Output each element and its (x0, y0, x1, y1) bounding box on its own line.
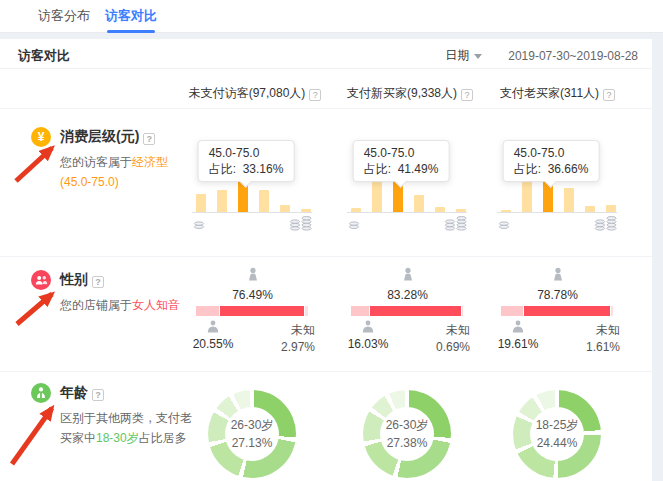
help-icon[interactable]: ? (92, 389, 104, 401)
column-header-new-buyers: 支付新买家(9,338人)? (340, 85, 480, 103)
donut-center-label: 18-25岁 24.44% (530, 407, 584, 461)
gender-chart-unpaid[interactable]: 76.49% 20.55% 未知 2.97% (190, 267, 315, 367)
column-header-unpaid-visitors: 未支付访客(97,080人)? (185, 85, 325, 103)
female-icon (400, 269, 416, 286)
row-title-text: 消费层级(元) (60, 128, 139, 144)
date-range-value[interactable]: 2019-07-30~2019-08-28 (508, 49, 638, 63)
unknown-label: 未知 (560, 322, 620, 339)
high-spend-coins-icon (594, 215, 618, 235)
unknown-percent: 2.97% (255, 339, 315, 356)
male-icon (361, 323, 375, 337)
unknown-percent: 0.69% (410, 339, 470, 356)
low-spend-coin-icon (193, 215, 205, 233)
card-header: 访客对比 日期 2019-07-30~2019-08-28 (0, 39, 652, 69)
age-chart-unpaid[interactable]: 26-30岁 27.13% (190, 386, 315, 481)
tooltip-range: 45.0-75.0 (209, 145, 284, 161)
desc-highlight: 18-30岁 (96, 431, 139, 445)
age-bucket: 26-30岁 (231, 416, 274, 434)
row-age: 年龄? 区别于其他两类，支付老买家中18-30岁占比居多 26-30岁 27.1… (0, 372, 652, 481)
consumption-chart-repeat-buyers[interactable]: 45.0-75.0 占比: 36.66% (495, 138, 620, 243)
date-dropdown[interactable]: 日期 (445, 47, 482, 64)
age-donut: 18-25岁 24.44% (513, 390, 601, 478)
female-segment (220, 306, 304, 316)
male-segment (501, 306, 523, 316)
age-chart-repeat-buyers[interactable]: 18-25岁 24.44% (495, 386, 620, 481)
bar (372, 180, 382, 212)
tab-visitor-distribution[interactable]: 访客分布 (38, 0, 90, 33)
unknown-share: 未知 0.69% (410, 322, 470, 356)
female-share: 78.78% (495, 267, 620, 302)
male-share: 20.55% (190, 320, 236, 351)
tab-visitor-comparison[interactable]: 访客对比 (105, 0, 157, 33)
unknown-segment (462, 306, 463, 316)
tooltip-share: 占比: 41.49% (364, 161, 439, 177)
bar (259, 190, 269, 212)
male-icon (511, 323, 525, 337)
date-filter: 日期 2019-07-30~2019-08-28 (445, 47, 638, 64)
column-header-label: 支付老买家(311人) (500, 86, 599, 100)
share-tooltip: 45.0-75.0 占比: 33.16% (198, 140, 295, 182)
unknown-percent: 1.61% (560, 339, 620, 356)
row-title-consumption: 消费层级(元)? (60, 128, 155, 146)
age-bucket: 26-30岁 (386, 416, 429, 434)
date-dropdown-label: 日期 (445, 47, 469, 64)
help-icon[interactable]: ? (92, 276, 104, 288)
bar (196, 194, 206, 212)
bar (280, 205, 290, 212)
tab-bar: 访客分布 访客对比 (0, 0, 663, 33)
unknown-share: 未知 1.61% (560, 322, 620, 356)
unknown-label: 未知 (255, 322, 315, 339)
column-header-label: 支付新买家(9,338人) (347, 86, 457, 100)
unknown-label: 未知 (410, 322, 470, 339)
female-icon (550, 269, 566, 286)
help-icon[interactable]: ? (309, 89, 321, 101)
gender-chart-repeat-buyers[interactable]: 78.78% 19.61% 未知 1.61% (495, 267, 620, 367)
desc-text: 您的访客属于 (60, 155, 132, 169)
desc-highlight: 女人知音 (132, 298, 180, 312)
female-percent: 78.78% (495, 288, 620, 302)
people-icon (31, 270, 51, 290)
age-share: 27.38% (387, 434, 428, 452)
tooltip-share: 占比: 36.66% (514, 161, 589, 177)
bar (606, 205, 616, 212)
consumption-chart-unpaid[interactable]: 45.0-75.0 占比: 33.16% (190, 138, 315, 243)
male-share: 19.61% (495, 320, 541, 351)
gender-stacked-bar (351, 306, 463, 316)
row-desc-age: 区别于其他两类，支付老买家中18-30岁占比居多 (60, 408, 192, 448)
axis-line (347, 212, 467, 213)
female-segment (524, 306, 611, 316)
male-percent: 16.03% (345, 337, 391, 351)
desc-text: 占比居多 (139, 431, 187, 445)
unknown-share: 未知 2.97% (255, 322, 315, 356)
age-donut: 26-30岁 27.38% (363, 390, 451, 478)
male-segment (351, 306, 369, 316)
tooltip-share: 占比: 33.16% (209, 161, 284, 177)
age-bucket: 18-25岁 (536, 416, 579, 434)
help-icon[interactable]: ? (461, 89, 473, 101)
row-title-age: 年龄? (60, 384, 104, 402)
male-percent: 20.55% (190, 337, 236, 351)
high-spend-coins-icon (444, 215, 468, 235)
bar (217, 190, 227, 212)
row-title-text: 年龄 (60, 384, 88, 400)
row-desc-gender: 您的店铺属于女人知音 (60, 295, 205, 315)
male-percent: 19.61% (495, 337, 541, 351)
low-spend-coin-icon (498, 215, 510, 233)
person-icon (31, 383, 51, 403)
donut-center-label: 26-30岁 27.13% (225, 407, 279, 461)
visitor-comparison-card: 访客对比 日期 2019-07-30~2019-08-28 未支付访客(97,0… (0, 39, 652, 481)
help-icon[interactable]: ? (143, 133, 155, 145)
age-chart-new-buyers[interactable]: 26-30岁 27.38% (345, 386, 470, 481)
male-icon (206, 323, 220, 337)
female-icon (245, 269, 261, 286)
column-header-repeat-buyers: 支付老买家(311人)? (490, 85, 625, 103)
high-spend-coins-icon (289, 215, 313, 235)
help-icon[interactable]: ? (603, 89, 615, 101)
gender-chart-new-buyers[interactable]: 83.28% 16.03% 未知 0.69% (345, 267, 470, 367)
gender-stacked-bar (196, 306, 308, 316)
tooltip-range: 45.0-75.0 (364, 145, 439, 161)
desc-text: 您的店铺属于 (60, 298, 132, 312)
unknown-segment (305, 306, 308, 316)
consumption-chart-new-buyers[interactable]: 45.0-75.0 占比: 41.49% (345, 138, 470, 243)
male-segment (196, 306, 219, 316)
